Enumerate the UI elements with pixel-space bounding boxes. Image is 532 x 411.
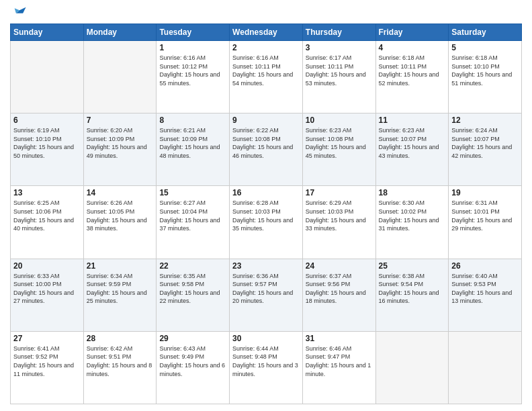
day-info: Sunrise: 6:33 AMSunset: 10:00 PMDaylight… <box>13 272 81 306</box>
day-info: Sunrise: 6:37 AMSunset: 9:56 PMDaylight:… <box>306 272 373 306</box>
weekday-header: Monday <box>83 24 157 41</box>
calendar-week-row: 6Sunrise: 6:19 AMSunset: 10:10 PMDayligh… <box>11 113 522 186</box>
day-info: Sunrise: 6:20 AMSunset: 10:09 PMDaylight… <box>87 126 154 160</box>
day-number: 7 <box>87 116 154 125</box>
day-number: 11 <box>379 116 446 125</box>
weekday-header: Saturday <box>449 24 522 41</box>
calendar-cell <box>83 41 157 113</box>
calendar-cell: 24Sunrise: 6:37 AMSunset: 9:56 PMDayligh… <box>302 259 375 331</box>
day-number: 17 <box>306 188 373 197</box>
weekday-header: Tuesday <box>157 24 230 41</box>
weekday-header: Sunday <box>11 24 84 41</box>
day-number: 22 <box>159 261 226 271</box>
calendar-cell: 2Sunrise: 6:16 AMSunset: 10:11 PMDayligh… <box>230 41 303 113</box>
day-info: Sunrise: 6:34 AMSunset: 9:59 PMDaylight:… <box>87 272 154 306</box>
weekday-header: Wednesday <box>230 24 303 41</box>
day-info: Sunrise: 6:30 AMSunset: 10:02 PMDaylight… <box>379 199 446 232</box>
calendar-cell: 1Sunrise: 6:16 AMSunset: 10:12 PMDayligh… <box>157 41 230 113</box>
day-info: Sunrise: 6:44 AMSunset: 9:48 PMDaylight:… <box>232 345 300 378</box>
day-info: Sunrise: 6:19 AMSunset: 10:10 PMDaylight… <box>13 126 81 160</box>
day-number: 29 <box>159 334 226 343</box>
day-info: Sunrise: 6:23 AMSunset: 10:07 PMDaylight… <box>379 126 446 160</box>
day-number: 20 <box>13 261 81 271</box>
calendar-cell <box>449 331 522 404</box>
calendar-cell: 30Sunrise: 6:44 AMSunset: 9:48 PMDayligh… <box>230 331 303 404</box>
day-info: Sunrise: 6:18 AMSunset: 10:11 PMDaylight… <box>379 54 446 87</box>
calendar-cell: 27Sunrise: 6:41 AMSunset: 9:52 PMDayligh… <box>11 331 84 404</box>
day-info: Sunrise: 6:22 AMSunset: 10:08 PMDaylight… <box>232 126 300 160</box>
calendar-cell: 22Sunrise: 6:35 AMSunset: 9:58 PMDayligh… <box>157 259 230 331</box>
calendar-cell: 23Sunrise: 6:36 AMSunset: 9:57 PMDayligh… <box>230 259 303 331</box>
calendar-cell: 11Sunrise: 6:23 AMSunset: 10:07 PMDaylig… <box>375 113 449 186</box>
page: SundayMondayTuesdayWednesdayThursdayFrid… <box>0 0 532 411</box>
day-info: Sunrise: 6:25 AMSunset: 10:06 PMDaylight… <box>13 199 81 232</box>
day-number: 28 <box>87 334 154 343</box>
day-info: Sunrise: 6:38 AMSunset: 9:54 PMDaylight:… <box>379 272 446 306</box>
day-number: 26 <box>451 261 519 271</box>
calendar-cell: 29Sunrise: 6:43 AMSunset: 9:49 PMDayligh… <box>157 331 230 404</box>
day-number: 24 <box>306 261 373 271</box>
weekday-header: Thursday <box>302 24 375 41</box>
calendar-week-row: 20Sunrise: 6:33 AMSunset: 10:00 PMDaylig… <box>11 259 522 331</box>
calendar-week-row: 27Sunrise: 6:41 AMSunset: 9:52 PMDayligh… <box>11 331 522 404</box>
day-info: Sunrise: 6:42 AMSunset: 9:51 PMDaylight:… <box>87 345 154 378</box>
calendar-cell: 13Sunrise: 6:25 AMSunset: 10:06 PMDaylig… <box>11 186 84 259</box>
calendar-week-row: 1Sunrise: 6:16 AMSunset: 10:12 PMDayligh… <box>11 41 522 113</box>
day-info: Sunrise: 6:29 AMSunset: 10:03 PMDaylight… <box>306 199 373 232</box>
day-info: Sunrise: 6:35 AMSunset: 9:58 PMDaylight:… <box>159 272 226 306</box>
calendar-cell: 19Sunrise: 6:31 AMSunset: 10:01 PMDaylig… <box>449 186 522 259</box>
calendar-cell: 21Sunrise: 6:34 AMSunset: 9:59 PMDayligh… <box>83 259 157 331</box>
day-info: Sunrise: 6:16 AMSunset: 10:11 PMDaylight… <box>232 54 300 87</box>
day-number: 21 <box>87 261 154 271</box>
day-info: Sunrise: 6:36 AMSunset: 9:57 PMDaylight:… <box>232 272 300 306</box>
calendar-cell: 31Sunrise: 6:46 AMSunset: 9:47 PMDayligh… <box>302 331 375 404</box>
day-number: 6 <box>13 116 81 125</box>
calendar-cell: 6Sunrise: 6:19 AMSunset: 10:10 PMDayligh… <box>11 113 84 186</box>
day-number: 1 <box>159 43 226 52</box>
day-info: Sunrise: 6:23 AMSunset: 10:08 PMDaylight… <box>306 126 373 160</box>
day-number: 2 <box>232 43 300 52</box>
day-info: Sunrise: 6:41 AMSunset: 9:52 PMDaylight:… <box>13 345 81 378</box>
calendar-cell: 26Sunrise: 6:40 AMSunset: 9:53 PMDayligh… <box>449 259 522 331</box>
day-info: Sunrise: 6:21 AMSunset: 10:09 PMDaylight… <box>159 126 226 160</box>
day-info: Sunrise: 6:43 AMSunset: 9:49 PMDaylight:… <box>159 345 226 378</box>
logo <box>10 7 27 18</box>
day-info: Sunrise: 6:27 AMSunset: 10:04 PMDaylight… <box>159 199 226 232</box>
header <box>10 7 522 18</box>
day-number: 30 <box>232 334 300 343</box>
calendar: SundayMondayTuesdayWednesdayThursdayFrid… <box>10 24 522 404</box>
calendar-cell: 4Sunrise: 6:18 AMSunset: 10:11 PMDayligh… <box>375 41 449 113</box>
calendar-cell: 7Sunrise: 6:20 AMSunset: 10:09 PMDayligh… <box>83 113 157 186</box>
day-info: Sunrise: 6:26 AMSunset: 10:05 PMDaylight… <box>87 199 154 232</box>
calendar-cell: 3Sunrise: 6:17 AMSunset: 10:11 PMDayligh… <box>302 41 375 113</box>
calendar-cell <box>375 331 449 404</box>
day-number: 27 <box>13 334 81 343</box>
day-number: 8 <box>159 116 226 125</box>
day-number: 16 <box>232 188 300 197</box>
day-info: Sunrise: 6:28 AMSunset: 10:03 PMDaylight… <box>232 199 300 232</box>
day-number: 5 <box>451 43 519 52</box>
day-info: Sunrise: 6:46 AMSunset: 9:47 PMDaylight:… <box>306 345 373 378</box>
calendar-cell: 15Sunrise: 6:27 AMSunset: 10:04 PMDaylig… <box>157 186 230 259</box>
day-info: Sunrise: 6:31 AMSunset: 10:01 PMDaylight… <box>451 199 519 232</box>
day-info: Sunrise: 6:40 AMSunset: 9:53 PMDaylight:… <box>451 272 519 306</box>
calendar-cell: 17Sunrise: 6:29 AMSunset: 10:03 PMDaylig… <box>302 186 375 259</box>
day-info: Sunrise: 6:18 AMSunset: 10:10 PMDaylight… <box>451 54 519 87</box>
calendar-cell: 10Sunrise: 6:23 AMSunset: 10:08 PMDaylig… <box>302 113 375 186</box>
calendar-cell: 12Sunrise: 6:24 AMSunset: 10:07 PMDaylig… <box>449 113 522 186</box>
day-info: Sunrise: 6:24 AMSunset: 10:07 PMDaylight… <box>451 126 519 160</box>
day-number: 15 <box>159 188 226 197</box>
calendar-cell: 9Sunrise: 6:22 AMSunset: 10:08 PMDayligh… <box>230 113 303 186</box>
day-number: 23 <box>232 261 300 271</box>
calendar-cell: 14Sunrise: 6:26 AMSunset: 10:05 PMDaylig… <box>83 186 157 259</box>
calendar-cell <box>11 41 84 113</box>
day-number: 31 <box>306 334 373 343</box>
logo-icon <box>12 3 27 18</box>
day-info: Sunrise: 6:17 AMSunset: 10:11 PMDaylight… <box>306 54 373 87</box>
calendar-cell: 28Sunrise: 6:42 AMSunset: 9:51 PMDayligh… <box>83 331 157 404</box>
day-info: Sunrise: 6:16 AMSunset: 10:12 PMDaylight… <box>159 54 226 87</box>
day-number: 25 <box>379 261 446 271</box>
day-number: 9 <box>232 116 300 125</box>
calendar-cell: 8Sunrise: 6:21 AMSunset: 10:09 PMDayligh… <box>157 113 230 186</box>
day-number: 12 <box>451 116 519 125</box>
